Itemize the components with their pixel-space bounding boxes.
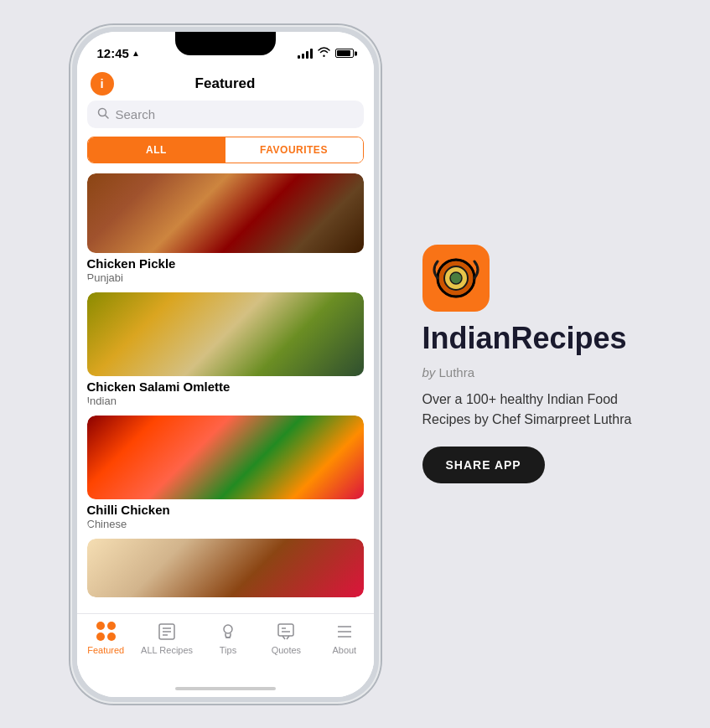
- recipe-image-2: [87, 292, 364, 376]
- info-button[interactable]: i: [91, 72, 114, 96]
- svg-rect-8: [278, 624, 293, 636]
- app-description: Over a 100+ healthy Indian Food Recipes …: [422, 390, 640, 430]
- tab-all[interactable]: ALL: [88, 137, 225, 163]
- featured-icon: [95, 621, 117, 643]
- list-item[interactable]: [87, 539, 364, 597]
- tab-about[interactable]: About: [321, 621, 367, 655]
- tips-icon: [217, 621, 239, 643]
- tab-featured-label: Featured: [87, 645, 124, 655]
- phone-shell: 12:45 ▲: [70, 25, 381, 704]
- tab-quotes-label: Quotes: [272, 645, 301, 655]
- list-item[interactable]: Chicken Salami Omlette Indian: [87, 292, 364, 407]
- quotes-icon: [275, 621, 297, 643]
- signal-icon: [298, 49, 313, 59]
- tab-featured[interactable]: Featured: [83, 621, 129, 655]
- recipe-image-1: [87, 173, 364, 253]
- tab-favourites[interactable]: FAVOURITES: [225, 137, 363, 163]
- battery-icon: [335, 49, 354, 58]
- tab-quotes[interactable]: Quotes: [263, 621, 309, 655]
- search-placeholder: Search: [116, 107, 156, 121]
- recipe-category-2: Indian: [87, 395, 364, 407]
- recipe-category-1: Punjabi: [87, 271, 364, 284]
- app-screen: i Featured Search ALL: [77, 69, 374, 697]
- notch: [175, 32, 276, 55]
- location-icon: ▲: [132, 49, 140, 58]
- tab-about-label: About: [332, 645, 356, 655]
- share-app-button[interactable]: SHARE APP: [422, 447, 545, 483]
- recipe-name-1: Chicken Pickle: [87, 256, 364, 271]
- info-icon: i: [100, 76, 103, 90]
- tab-all-recipes[interactable]: ALL Recipes: [141, 621, 193, 655]
- home-bar: [175, 687, 276, 690]
- bottom-tab-bar: Featured ALL Recipes: [77, 613, 374, 680]
- author-name: Luthra: [439, 365, 475, 379]
- list-item[interactable]: Chilli Chicken Chinese: [87, 416, 364, 530]
- app-name: IndianRecipes: [422, 322, 627, 355]
- svg-point-16: [450, 272, 462, 284]
- info-panel: IndianRecipes by Luthra Over a 100+ heal…: [422, 245, 640, 483]
- page-container: 12:45 ▲: [0, 0, 710, 728]
- svg-line-1: [105, 115, 108, 118]
- about-icon: [334, 621, 355, 643]
- phone-screen: 12:45 ▲: [77, 32, 374, 697]
- recipe-image-3: [87, 416, 364, 499]
- list-item[interactable]: Chicken Pickle Punjabi: [87, 173, 364, 284]
- svg-point-6: [224, 625, 232, 633]
- tab-tips[interactable]: Tips: [205, 621, 251, 655]
- author-prefix: by: [422, 365, 436, 379]
- all-recipes-icon: [156, 621, 178, 643]
- recipe-list: Chicken Pickle Punjabi Chicken Salami Om…: [77, 173, 374, 613]
- filter-tabs: ALL FAVOURITES: [87, 137, 364, 163]
- app-header: i Featured: [77, 69, 374, 101]
- search-bar[interactable]: Search: [87, 101, 364, 128]
- home-indicator: [77, 680, 374, 697]
- recipe-image-4: [87, 539, 364, 597]
- search-icon: [97, 107, 109, 121]
- wifi-icon: [318, 47, 330, 59]
- status-time: 12:45: [97, 46, 129, 60]
- recipe-name-2: Chicken Salami Omlette: [87, 379, 364, 394]
- app-author: by Luthra: [422, 365, 475, 379]
- app-icon: [422, 245, 490, 312]
- status-icons: [298, 47, 354, 59]
- tab-tips-label: Tips: [220, 645, 236, 655]
- recipe-name-3: Chilli Chicken: [87, 503, 364, 517]
- tab-all-recipes-label: ALL Recipes: [141, 645, 193, 655]
- recipe-category-3: Chinese: [87, 518, 364, 530]
- page-title: Featured: [195, 75, 256, 92]
